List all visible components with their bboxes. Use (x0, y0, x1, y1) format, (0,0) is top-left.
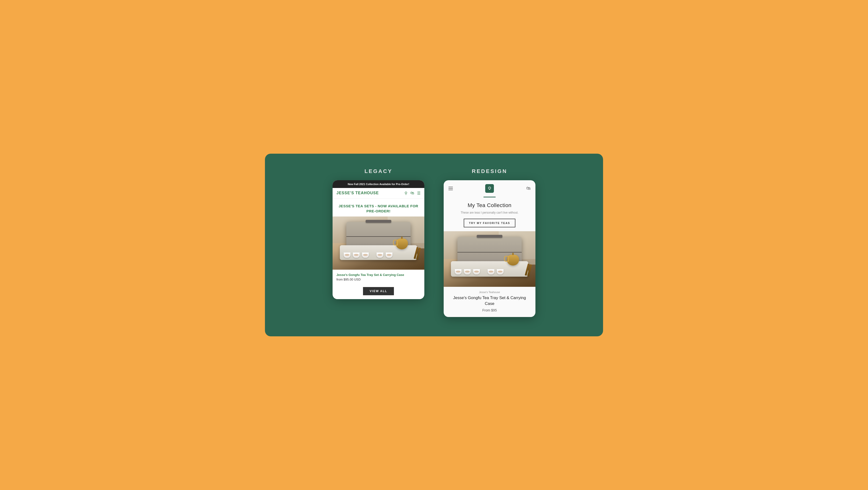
legacy-phone-frame: New Fall 2021 Collection Available for P… (333, 180, 424, 299)
legacy-nav-icons: ⚲ 🛍 ☰ (405, 191, 421, 195)
redesign-logo (485, 184, 494, 193)
redesign-cup-3 (473, 269, 480, 274)
legacy-column-title: LEGACY (365, 168, 393, 175)
hamburger-line-1 (448, 187, 453, 187)
redesign-phone-frame: 🛍 My Tea Collection These are teas I per… (444, 180, 535, 317)
redesign-column: REDESIGN (444, 168, 535, 317)
teapot-redesign (507, 255, 519, 266)
legacy-product-name: Jesse's Gongfu Tea Tray Set & Carrying C… (336, 273, 421, 277)
logo-icon (487, 186, 492, 191)
cart-icon-redesign[interactable]: 🛍 (526, 186, 531, 191)
legacy-banner: New Fall 2021 Collection Available for P… (333, 180, 424, 188)
legacy-brand-name: JESSE'S TEAHOUSE (336, 191, 379, 195)
try-teas-button[interactable]: TRY MY FAVORITE TEAS (464, 219, 516, 227)
legacy-hero-text: JESSE'S TEA SETS - NOW AVAILABLE FOR PRE… (333, 198, 424, 216)
view-all-button[interactable]: VIEW ALL (363, 287, 394, 295)
cup-1 (344, 252, 350, 258)
redesign-nav: 🛍 (444, 180, 535, 195)
tea-illustration-legacy (333, 216, 424, 270)
hamburger-icon[interactable] (448, 187, 453, 190)
redesign-product-name: Jesse's Gongfu Tea Tray Set & Carrying C… (450, 295, 530, 307)
redesign-cup-1 (455, 269, 462, 274)
hamburger-line-3 (448, 190, 453, 190)
cup-2 (353, 252, 360, 258)
cup-3 (362, 252, 369, 258)
menu-icon[interactable]: ☰ (417, 191, 421, 195)
redesign-product-price: From $95 (450, 308, 530, 312)
redesign-product-image (444, 231, 535, 287)
tea-illustration-redesign (444, 231, 535, 287)
legacy-product-info: Jesse's Gongfu Tea Tray Set & Carrying C… (333, 270, 424, 283)
search-icon[interactable]: ⚲ (405, 191, 407, 195)
main-frame: LEGACY New Fall 2021 Collection Availabl… (265, 154, 603, 337)
redesign-product-info: Jesse's Teahouse Jesse's Gongfu Tea Tray… (444, 287, 535, 317)
redesign-hero-title: My Tea Collection (450, 202, 530, 209)
teapot (396, 239, 408, 249)
comparison-columns: LEGACY New Fall 2021 Collection Availabl… (284, 168, 584, 317)
svg-rect-1 (489, 189, 490, 190)
redesign-cup-2 (464, 269, 471, 274)
redesign-hero-section: My Tea Collection These are teas I perso… (444, 197, 535, 231)
legacy-nav: JESSE'S TEAHOUSE ⚲ 🛍 ☰ (333, 188, 424, 198)
hamburger-line-2 (448, 188, 453, 189)
cart-icon[interactable]: 🛍 (410, 191, 414, 195)
legacy-view-all-section: VIEW ALL (333, 283, 424, 299)
legacy-column: LEGACY New Fall 2021 Collection Availabl… (333, 168, 424, 299)
legacy-product-image (333, 216, 424, 270)
redesign-column-title: REDESIGN (472, 168, 507, 175)
redesign-brand-label: Jesse's Teahouse (450, 291, 530, 294)
legacy-product-price: from $95.00 USD (336, 278, 421, 281)
redesign-hero-subtitle: These are teas I personally can't live w… (450, 211, 530, 214)
